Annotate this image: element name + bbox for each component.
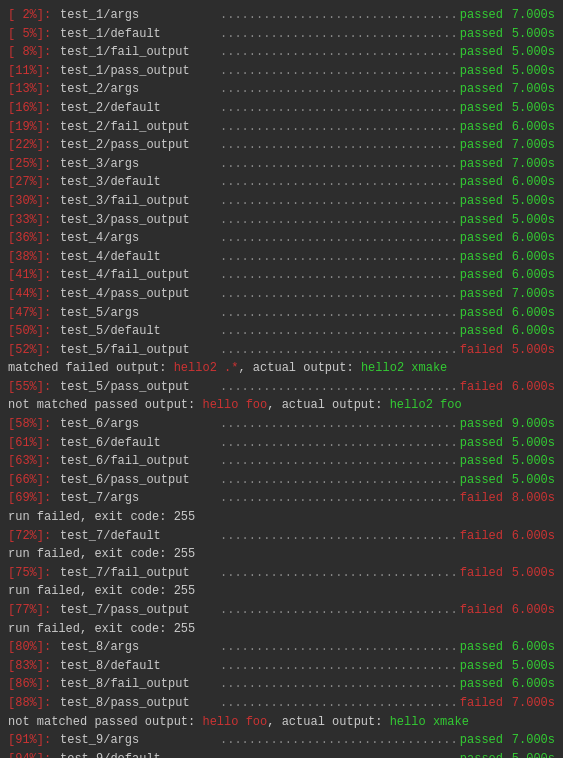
test-name: test_7/default bbox=[60, 527, 220, 546]
test-dots: ...................................... bbox=[220, 173, 456, 192]
test-name: test_8/pass_output bbox=[60, 694, 220, 713]
test-name: test_1/fail_output bbox=[60, 43, 220, 62]
list-item: [27%]:test_3/default....................… bbox=[8, 173, 555, 192]
test-percent: [16%]: bbox=[8, 99, 60, 118]
test-time: 5.000s bbox=[507, 99, 555, 118]
test-dots: ...................................... bbox=[220, 471, 456, 490]
list-item: [94%]:test_9/default....................… bbox=[8, 750, 555, 758]
test-name: test_5/args bbox=[60, 304, 220, 323]
test-name: test_4/pass_output bbox=[60, 285, 220, 304]
list-item: run failed, exit code: 255 bbox=[8, 545, 555, 564]
test-status: passed bbox=[460, 136, 503, 155]
list-item: [52%]:test_5/fail_output................… bbox=[8, 341, 555, 360]
test-status: failed bbox=[460, 601, 503, 620]
test-status: passed bbox=[460, 6, 503, 25]
test-status: passed bbox=[460, 173, 503, 192]
test-name: test_8/fail_output bbox=[60, 675, 220, 694]
test-name: test_3/args bbox=[60, 155, 220, 174]
test-status: passed bbox=[460, 99, 503, 118]
list-item: [80%]:test_8/args.......................… bbox=[8, 638, 555, 657]
test-time: 5.000s bbox=[507, 471, 555, 490]
test-name: test_2/fail_output bbox=[60, 118, 220, 137]
test-dots: ...................................... bbox=[220, 43, 456, 62]
list-item: [11%]:test_1/pass_output................… bbox=[8, 62, 555, 81]
test-percent: [63%]: bbox=[8, 452, 60, 471]
test-status: failed bbox=[460, 378, 503, 397]
test-name: test_3/fail_output bbox=[60, 192, 220, 211]
test-name: test_6/default bbox=[60, 434, 220, 453]
list-item: [91%]:test_9/args.......................… bbox=[8, 731, 555, 750]
error-highlight-expected: hello2 .* bbox=[174, 361, 239, 375]
list-item: [ 2%]:test_1/args.......................… bbox=[8, 6, 555, 25]
test-status: passed bbox=[460, 471, 503, 490]
test-status: passed bbox=[460, 304, 503, 323]
test-time: 9.000s bbox=[507, 415, 555, 434]
test-dots: ...................................... bbox=[220, 322, 456, 341]
test-percent: [94%]: bbox=[8, 750, 60, 758]
test-dots: ...................................... bbox=[220, 750, 456, 758]
test-time: 5.000s bbox=[507, 211, 555, 230]
list-item: [63%]:test_6/fail_output................… bbox=[8, 452, 555, 471]
test-percent: [ 5%]: bbox=[8, 25, 60, 44]
test-dots: ...................................... bbox=[220, 229, 456, 248]
test-status: passed bbox=[460, 452, 503, 471]
test-status: failed bbox=[460, 489, 503, 508]
test-time: 5.000s bbox=[507, 341, 555, 360]
test-status: failed bbox=[460, 564, 503, 583]
list-item: run failed, exit code: 255 bbox=[8, 620, 555, 639]
test-dots: ...................................... bbox=[220, 657, 456, 676]
test-percent: [75%]: bbox=[8, 564, 60, 583]
list-item: [50%]:test_5/default....................… bbox=[8, 322, 555, 341]
test-time: 7.000s bbox=[507, 731, 555, 750]
list-item: [13%]:test_2/args.......................… bbox=[8, 80, 555, 99]
test-time: 6.000s bbox=[507, 378, 555, 397]
test-percent: [61%]: bbox=[8, 434, 60, 453]
test-name: test_2/default bbox=[60, 99, 220, 118]
test-time: 5.000s bbox=[507, 25, 555, 44]
test-time: 7.000s bbox=[507, 285, 555, 304]
list-item: [38%]:test_4/default....................… bbox=[8, 248, 555, 267]
test-percent: [36%]: bbox=[8, 229, 60, 248]
list-item: [44%]:test_4/pass_output................… bbox=[8, 285, 555, 304]
test-time: 5.000s bbox=[507, 452, 555, 471]
test-time: 7.000s bbox=[507, 136, 555, 155]
test-dots: ...................................... bbox=[220, 136, 456, 155]
test-time: 6.000s bbox=[507, 229, 555, 248]
test-percent: [52%]: bbox=[8, 341, 60, 360]
test-status: passed bbox=[460, 62, 503, 81]
test-percent: [19%]: bbox=[8, 118, 60, 137]
list-item: run failed, exit code: 255 bbox=[8, 582, 555, 601]
test-name: test_1/args bbox=[60, 6, 220, 25]
test-status: passed bbox=[460, 229, 503, 248]
list-item: [88%]:test_8/pass_output................… bbox=[8, 694, 555, 713]
test-percent: [86%]: bbox=[8, 675, 60, 694]
test-name: test_6/fail_output bbox=[60, 452, 220, 471]
list-item: [16%]:test_2/default....................… bbox=[8, 99, 555, 118]
list-item: [41%]:test_4/fail_output................… bbox=[8, 266, 555, 285]
test-dots: ...................................... bbox=[220, 6, 456, 25]
test-time: 8.000s bbox=[507, 489, 555, 508]
test-percent: [30%]: bbox=[8, 192, 60, 211]
test-time: 5.000s bbox=[507, 43, 555, 62]
test-dots: ...................................... bbox=[220, 694, 456, 713]
list-item: [72%]:test_7/default....................… bbox=[8, 527, 555, 546]
test-percent: [27%]: bbox=[8, 173, 60, 192]
test-percent: [ 8%]: bbox=[8, 43, 60, 62]
test-percent: [44%]: bbox=[8, 285, 60, 304]
list-item: [66%]:test_6/pass_output................… bbox=[8, 471, 555, 490]
test-status: passed bbox=[460, 43, 503, 62]
test-dots: ...................................... bbox=[220, 452, 456, 471]
test-name: test_3/pass_output bbox=[60, 211, 220, 230]
test-name: test_8/args bbox=[60, 638, 220, 657]
list-item: [30%]:test_3/fail_output................… bbox=[8, 192, 555, 211]
test-lines-container: [ 2%]:test_1/args.......................… bbox=[8, 6, 555, 758]
test-status: passed bbox=[460, 266, 503, 285]
test-percent: [13%]: bbox=[8, 80, 60, 99]
test-percent: [33%]: bbox=[8, 211, 60, 230]
test-percent: [ 2%]: bbox=[8, 6, 60, 25]
test-name: test_4/args bbox=[60, 229, 220, 248]
list-item: [ 5%]:test_1/default....................… bbox=[8, 25, 555, 44]
test-time: 5.000s bbox=[507, 62, 555, 81]
test-percent: [38%]: bbox=[8, 248, 60, 267]
test-time: 7.000s bbox=[507, 155, 555, 174]
